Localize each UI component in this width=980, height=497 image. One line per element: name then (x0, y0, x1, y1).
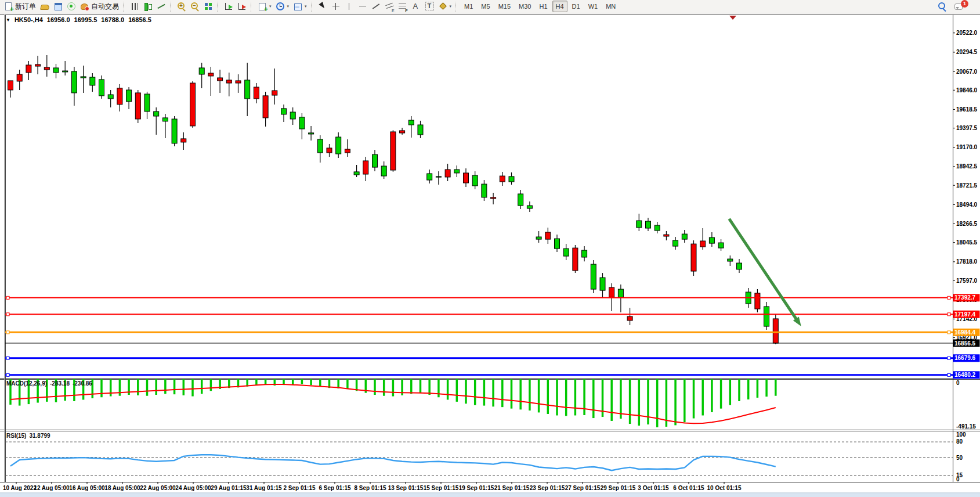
auto-scroll-button[interactable] (222, 1, 235, 12)
candle (172, 119, 177, 143)
candle (126, 90, 132, 102)
timeframe-bar: M1M5M15M30H1H4D1W1MN (461, 1, 619, 12)
crosshair-icon (331, 2, 341, 11)
candle (381, 166, 386, 176)
periods-button[interactable]: ▾ (274, 1, 291, 12)
ohlc-high: 16995.5 (74, 16, 97, 23)
svg-text:6 Oct 01:15: 6 Oct 01:15 (673, 485, 704, 491)
candle (536, 237, 541, 239)
line-handle[interactable] (948, 296, 950, 299)
svg-text:18721.5: 18721.5 (956, 182, 978, 189)
candle (263, 96, 268, 118)
candle (482, 184, 487, 197)
candle (199, 68, 204, 74)
notifications-button[interactable]: 1 (952, 1, 974, 12)
line-handle[interactable] (948, 356, 950, 359)
zoom-in-button[interactable] (175, 1, 188, 12)
new-order-button[interactable]: 新订单 (2, 1, 38, 12)
candle (281, 109, 287, 114)
line-handle[interactable] (6, 356, 9, 359)
svg-text:-491.15: -491.15 (956, 423, 976, 430)
timeframe-d1[interactable]: D1 (569, 1, 584, 12)
candle (718, 243, 724, 248)
toolbar-separator (251, 2, 254, 12)
timeframe-m15[interactable]: M15 (495, 1, 514, 12)
timeframe-w1[interactable]: W1 (585, 1, 602, 12)
candle (390, 132, 396, 170)
trendline-icon (371, 2, 381, 11)
auto-trading-icon (80, 2, 89, 11)
new-chart-button[interactable]: ▾ (256, 1, 273, 12)
text-label-button[interactable] (423, 1, 436, 12)
toolbar-separator (311, 2, 314, 12)
rsi-value: 31.8799 (29, 433, 50, 439)
publish-button[interactable] (52, 1, 64, 12)
signal-icon (67, 2, 76, 11)
timeframe-m30[interactable]: M30 (515, 1, 534, 12)
candle (63, 71, 68, 72)
candle (336, 137, 341, 154)
line-handle[interactable] (948, 331, 950, 334)
candle (53, 68, 59, 73)
svg-text:16 Aug 05:00: 16 Aug 05:00 (69, 485, 105, 491)
text-button[interactable] (410, 1, 422, 12)
ohlc-open: 16956.0 (47, 16, 70, 23)
candlestick-chart-button[interactable] (142, 1, 154, 12)
button-label: 自动交易 (91, 2, 119, 12)
toolbar-separator (170, 2, 173, 12)
candle (464, 173, 469, 183)
candle (664, 235, 669, 236)
new-chart-icon (258, 2, 267, 11)
timeframe-mn[interactable]: MN (602, 1, 619, 12)
toolbar-separator (217, 2, 220, 12)
timeframe-h1[interactable]: H1 (536, 1, 551, 12)
candle (545, 232, 551, 239)
chart-shift-button[interactable] (236, 1, 248, 12)
fibonacci-button[interactable] (396, 1, 409, 12)
svg-text:18045.5: 18045.5 (956, 239, 978, 246)
search-button[interactable] (936, 1, 949, 12)
candle (309, 133, 314, 134)
timeframe-m1[interactable]: M1 (461, 1, 476, 12)
collapse-triangle-icon[interactable]: ▼ (6, 17, 10, 23)
candle (773, 319, 778, 343)
channel-button[interactable] (383, 1, 396, 12)
svg-text:19 Sep 01:15: 19 Sep 01:15 (459, 485, 494, 491)
candle (8, 81, 13, 90)
cursor-button[interactable] (316, 1, 329, 12)
line-handle[interactable] (6, 296, 9, 299)
trendline-button[interactable] (370, 1, 382, 12)
line-handle[interactable] (6, 331, 9, 334)
svg-text:29 Sep 01:15: 29 Sep 01:15 (601, 485, 636, 491)
crosshair-button[interactable] (330, 1, 342, 12)
svg-text:80: 80 (956, 438, 963, 445)
text-icon (411, 2, 421, 11)
chart-title: ▼ HK50-,H4 16956.0 16995.5 16788.0 16856… (6, 16, 151, 23)
candle (728, 259, 733, 261)
line-handle[interactable] (6, 373, 9, 376)
candle (472, 175, 478, 186)
line-handle[interactable] (948, 373, 950, 376)
bar-chart-button[interactable] (128, 1, 141, 12)
signal-button[interactable] (65, 1, 78, 12)
templates-button[interactable]: ▾ (291, 1, 309, 12)
horizontal-line-button[interactable] (356, 1, 369, 12)
candle (245, 80, 250, 99)
timeframe-h4[interactable]: H4 (552, 1, 567, 12)
svg-text:19397.5: 19397.5 (956, 125, 978, 131)
vertical-line-button[interactable] (343, 1, 356, 12)
shapes-button[interactable]: ▾ (436, 1, 454, 12)
line-handle[interactable] (948, 313, 950, 316)
candle (755, 293, 760, 309)
auto-trading-button[interactable]: 自动交易 (78, 1, 121, 12)
svg-text:22 Aug 05:00: 22 Aug 05:00 (140, 485, 176, 491)
zoom-out-button[interactable] (189, 1, 201, 12)
timeframe-m5[interactable]: M5 (478, 1, 493, 12)
tile-windows-button[interactable] (202, 1, 215, 12)
line-chart-button[interactable] (155, 1, 168, 12)
line-handle[interactable] (6, 313, 9, 316)
fibonacci-icon (398, 2, 407, 11)
gold-button[interactable] (38, 1, 51, 12)
candle (35, 64, 41, 66)
svg-text:19846.0: 19846.0 (956, 87, 978, 93)
